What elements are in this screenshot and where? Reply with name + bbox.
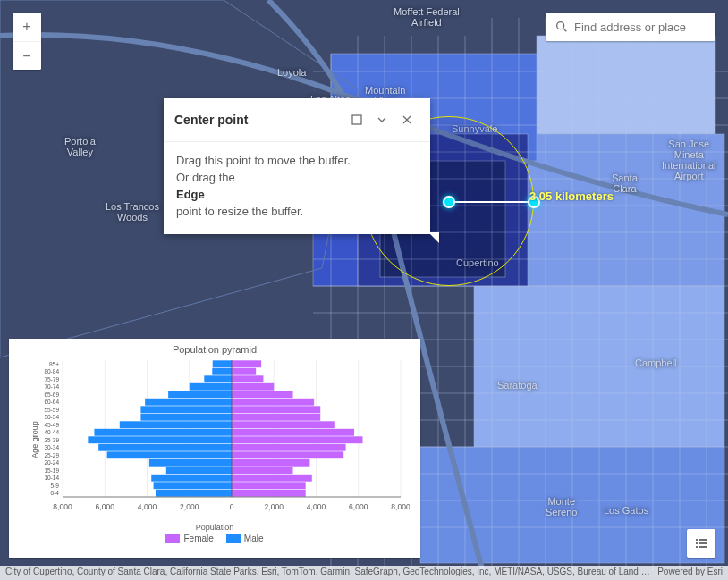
search-box bbox=[546, 13, 715, 41]
svg-text:55-59: 55-59 bbox=[44, 407, 59, 413]
svg-rect-34 bbox=[154, 482, 232, 489]
svg-text:80-84: 80-84 bbox=[44, 368, 59, 374]
svg-rect-62 bbox=[232, 414, 320, 421]
svg-text:4,000: 4,000 bbox=[307, 502, 326, 511]
dock-icon bbox=[351, 113, 363, 126]
legend-button[interactable] bbox=[687, 529, 715, 558]
legend-icon bbox=[694, 536, 708, 551]
svg-rect-31 bbox=[156, 490, 232, 497]
svg-rect-82 bbox=[213, 360, 232, 367]
legend-item: Female bbox=[165, 534, 213, 543]
svg-text:65-69: 65-69 bbox=[44, 391, 59, 398]
svg-rect-61 bbox=[140, 414, 232, 421]
svg-rect-64 bbox=[140, 406, 232, 413]
popup-line1: Drag this point to move the buffer. bbox=[176, 154, 351, 167]
svg-text:70-74: 70-74 bbox=[44, 383, 59, 390]
chart-title: Population pyramid bbox=[9, 339, 420, 357]
svg-rect-41 bbox=[232, 467, 293, 474]
svg-rect-71 bbox=[232, 391, 293, 398]
attribution-sources: City of Cupertino, County of Santa Clara… bbox=[5, 567, 650, 579]
popup-dock-button[interactable] bbox=[344, 107, 369, 132]
svg-text:5-9: 5-9 bbox=[51, 483, 60, 489]
svg-text:6,000: 6,000 bbox=[96, 502, 115, 511]
svg-text:10-14: 10-14 bbox=[44, 475, 59, 481]
close-icon bbox=[402, 114, 412, 125]
svg-rect-46 bbox=[107, 451, 232, 458]
svg-rect-68 bbox=[232, 399, 314, 406]
svg-point-10 bbox=[557, 22, 564, 29]
svg-rect-52 bbox=[88, 436, 232, 443]
svg-rect-58 bbox=[120, 421, 232, 428]
zoom-in-button[interactable]: + bbox=[13, 13, 41, 41]
svg-text:2,000: 2,000 bbox=[180, 502, 199, 511]
svg-rect-55 bbox=[94, 429, 232, 436]
svg-rect-73 bbox=[190, 383, 232, 391]
svg-text:35-39: 35-39 bbox=[44, 437, 59, 443]
svg-text:40-44: 40-44 bbox=[44, 429, 59, 435]
svg-rect-76 bbox=[204, 375, 232, 382]
svg-rect-56 bbox=[232, 429, 354, 436]
popup-edge-word: Edge bbox=[176, 188, 205, 201]
info-popup: Center point Drag this point to move the… bbox=[164, 98, 430, 234]
svg-text:20-24: 20-24 bbox=[44, 459, 59, 466]
svg-rect-80 bbox=[232, 368, 256, 375]
svg-text:25-29: 25-29 bbox=[44, 452, 59, 458]
popup-line2: Or drag the bbox=[176, 171, 235, 184]
svg-text:0: 0 bbox=[230, 502, 234, 511]
chart-y-axis-label: Age group bbox=[30, 421, 39, 458]
buffer-radius-line bbox=[449, 201, 534, 203]
svg-text:75-79: 75-79 bbox=[44, 376, 59, 382]
legend-item: Male bbox=[226, 534, 264, 543]
svg-rect-70 bbox=[168, 391, 232, 398]
svg-line-11 bbox=[563, 29, 566, 31]
svg-text:50-54: 50-54 bbox=[44, 414, 59, 420]
svg-rect-67 bbox=[145, 399, 232, 406]
popup-title: Center point bbox=[174, 113, 344, 127]
svg-text:45-49: 45-49 bbox=[44, 422, 59, 428]
svg-text:8,000: 8,000 bbox=[53, 502, 72, 511]
search-input[interactable] bbox=[574, 21, 728, 34]
svg-text:6,000: 6,000 bbox=[349, 502, 368, 511]
svg-rect-35 bbox=[232, 482, 306, 489]
svg-text:60-64: 60-64 bbox=[44, 399, 59, 405]
search-icon bbox=[554, 20, 569, 34]
svg-text:2,000: 2,000 bbox=[265, 502, 284, 511]
svg-rect-32 bbox=[232, 490, 306, 497]
svg-text:8,000: 8,000 bbox=[391, 502, 410, 511]
zoom-out-button[interactable]: − bbox=[13, 41, 41, 70]
popup-collapse-button[interactable] bbox=[369, 107, 394, 132]
svg-rect-65 bbox=[232, 406, 320, 413]
svg-rect-74 bbox=[232, 383, 274, 391]
svg-rect-40 bbox=[166, 467, 232, 474]
chart-panel: Population pyramid Age group 8,0006,0004… bbox=[9, 339, 420, 558]
chart-legend: FemaleMale bbox=[9, 532, 420, 543]
svg-rect-38 bbox=[232, 475, 312, 482]
svg-rect-53 bbox=[232, 436, 362, 443]
svg-text:0-4: 0-4 bbox=[51, 490, 60, 496]
attribution-powered[interactable]: Powered by Esri bbox=[650, 567, 723, 579]
attribution-bar: City of Cupertino, County of Santa Clara… bbox=[0, 566, 728, 580]
svg-text:4,000: 4,000 bbox=[138, 502, 157, 511]
svg-rect-77 bbox=[232, 375, 263, 382]
svg-rect-12 bbox=[352, 115, 361, 124]
popup-line3: point to resize the buffer. bbox=[176, 205, 303, 218]
svg-text:85+: 85+ bbox=[49, 361, 59, 367]
svg-rect-37 bbox=[151, 475, 232, 482]
svg-rect-44 bbox=[232, 459, 309, 467]
svg-rect-49 bbox=[98, 444, 232, 451]
svg-rect-83 bbox=[232, 360, 261, 367]
chart-x-axis-label: Population bbox=[9, 522, 420, 532]
buffer-distance-label: 3.05 kilometers bbox=[529, 189, 614, 203]
svg-rect-59 bbox=[232, 421, 335, 428]
popup-close-button[interactable] bbox=[394, 107, 419, 132]
svg-rect-43 bbox=[149, 459, 232, 467]
svg-text:30-34: 30-34 bbox=[44, 444, 59, 450]
svg-rect-79 bbox=[212, 368, 232, 375]
population-pyramid-chart: 8,0006,0004,0002,00002,0004,0006,0008,00… bbox=[20, 357, 410, 522]
svg-rect-50 bbox=[232, 444, 346, 451]
chevron-down-icon bbox=[377, 114, 387, 125]
zoom-controls: + − bbox=[13, 13, 41, 70]
buffer-center-handle[interactable] bbox=[443, 196, 455, 208]
svg-text:15-19: 15-19 bbox=[44, 467, 59, 474]
svg-rect-47 bbox=[232, 451, 343, 458]
